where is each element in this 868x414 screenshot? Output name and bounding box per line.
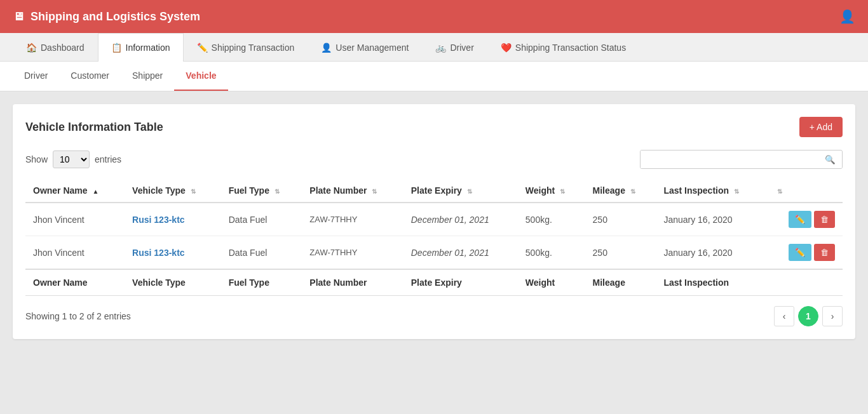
cell-plate-expiry: December 01, 2021 — [403, 203, 518, 236]
cell-actions: ✏️ 🗑 — [767, 236, 843, 270]
vehicle-table: Owner Name ▲ Vehicle Type ⇅ Fuel Type ⇅ — [25, 179, 843, 296]
cell-fuel-type: Data Fuel — [221, 236, 302, 270]
col-plate-number[interactable]: Plate Number ⇅ — [302, 179, 403, 203]
tab-driver[interactable]: 🚲 Driver — [422, 33, 487, 62]
tab-dashboard[interactable]: 🏠 Dashboard — [13, 33, 98, 62]
sort-owner-icon: ▲ — [92, 188, 98, 195]
footer-cell: Vehicle Type — [125, 269, 221, 296]
page-1-button[interactable]: 1 — [798, 306, 818, 326]
prev-page-button[interactable]: ‹ — [774, 306, 794, 326]
col-weight[interactable]: Weight ⇅ — [518, 179, 585, 203]
footer-cell: Owner Name — [25, 269, 125, 296]
table-controls: Show 10 25 50 100 entries 🔍 — [25, 150, 843, 169]
footer-cell: Fuel Type — [221, 269, 302, 296]
col-fuel-type[interactable]: Fuel Type ⇅ — [221, 179, 302, 203]
sort-plate-icon: ⇅ — [372, 188, 377, 195]
cell-fuel-type: Data Fuel — [221, 203, 302, 236]
show-label: Show — [25, 154, 48, 164]
table-footer-row: Owner NameVehicle TypeFuel TypePlate Num… — [25, 269, 843, 296]
footer-cell: Plate Number — [302, 269, 403, 296]
sub-nav: Driver Customer Shipper Vehicle — [0, 62, 868, 91]
list-icon: 📋 — [111, 43, 122, 53]
cell-vehicle-type[interactable]: Rusi 123-ktc — [125, 236, 221, 270]
col-actions: ⇅ — [767, 179, 843, 203]
edit-button[interactable]: ✏️ — [789, 244, 811, 261]
col-owner-name[interactable]: Owner Name ▲ — [25, 179, 125, 203]
table-row: Jhon Vincent Rusi 123-ktc Data Fuel ZAW-… — [25, 203, 843, 236]
heart-icon: ❤️ — [501, 43, 512, 53]
pagination-info: Showing 1 to 2 of 2 entries — [25, 311, 131, 321]
sort-weight-icon: ⇅ — [560, 188, 565, 195]
footer-cell: Mileage — [585, 269, 656, 296]
sub-nav-customer[interactable]: Customer — [59, 62, 121, 91]
cell-plate-number: ZAW-7THHY — [302, 203, 403, 236]
footer-cell: Last Inspection — [656, 269, 767, 296]
cell-owner-name: Jhon Vincent — [25, 236, 125, 270]
cell-weight: 500kg. — [518, 236, 585, 270]
main-nav: 🏠 Dashboard 📋 Information ✏️ Shipping Tr… — [0, 33, 868, 62]
footer-cell: Weight — [518, 269, 585, 296]
delete-button[interactable]: 🗑 — [814, 211, 835, 228]
sort-mileage-icon: ⇅ — [630, 188, 635, 195]
cell-actions: ✏️ 🗑 — [767, 203, 843, 236]
show-entries: Show 10 25 50 100 entries — [25, 150, 121, 168]
entries-label: entries — [95, 154, 121, 164]
search-box: 🔍 — [640, 150, 843, 169]
footer-cell-actions — [767, 269, 843, 296]
cell-last-inspection: January 16, 2020 — [656, 203, 767, 236]
card-header: Vehicle Information Table + Add — [25, 117, 843, 137]
footer-cell: Plate Expiry — [403, 269, 518, 296]
sub-nav-shipper[interactable]: Shipper — [121, 62, 174, 91]
cell-vehicle-type[interactable]: Rusi 123-ktc — [125, 203, 221, 236]
col-mileage[interactable]: Mileage ⇅ — [585, 179, 656, 203]
search-input[interactable] — [641, 150, 818, 168]
tab-information[interactable]: 📋 Information — [98, 33, 184, 62]
app-title: 🖥 Shipping and Logistics System — [13, 10, 200, 23]
col-plate-expiry[interactable]: Plate Expiry ⇅ — [403, 179, 518, 203]
sort-actions-icon: ⇅ — [777, 188, 782, 195]
sub-nav-driver[interactable]: Driver — [13, 62, 59, 91]
user-mgmt-icon: 👤 — [321, 43, 332, 53]
pagination-area: Showing 1 to 2 of 2 entries ‹ 1 › — [25, 306, 843, 326]
table-row: Jhon Vincent Rusi 123-ktc Data Fuel ZAW-… — [25, 236, 843, 270]
sort-inspection-icon: ⇅ — [734, 188, 739, 195]
tab-shipping-transaction-status[interactable]: ❤️ Shipping Transaction Status — [487, 33, 639, 62]
edit-icon: ✏️ — [197, 43, 208, 53]
laptop-icon: 🖥 — [13, 10, 24, 23]
sort-fuel-icon: ⇅ — [275, 188, 280, 195]
cell-weight: 500kg. — [518, 203, 585, 236]
entries-select[interactable]: 10 25 50 100 — [53, 150, 90, 168]
home-icon: 🏠 — [26, 43, 37, 53]
edit-button[interactable]: ✏️ — [789, 211, 811, 228]
col-last-inspection[interactable]: Last Inspection ⇅ — [656, 179, 767, 203]
sort-vehicle-icon: ⇅ — [191, 188, 196, 195]
cell-last-inspection: January 16, 2020 — [656, 236, 767, 270]
search-button[interactable]: 🔍 — [818, 151, 842, 168]
cell-plate-expiry: December 01, 2021 — [403, 236, 518, 270]
tab-shipping-transaction[interactable]: ✏️ Shipping Transaction — [184, 33, 308, 62]
bike-icon: 🚲 — [435, 43, 446, 53]
card-title: Vehicle Information Table — [25, 121, 163, 134]
vehicle-table-card: Vehicle Information Table + Add Show 10 … — [13, 104, 855, 339]
user-icon[interactable]: 👤 — [839, 9, 855, 24]
next-page-button[interactable]: › — [822, 306, 843, 326]
cell-plate-number: ZAW-7THHY — [302, 236, 403, 270]
main-content: Vehicle Information Table + Add Show 10 … — [0, 91, 868, 352]
app-header: 🖥 Shipping and Logistics System 👤 — [0, 0, 868, 33]
col-vehicle-type[interactable]: Vehicle Type ⇅ — [125, 179, 221, 203]
tab-user-management[interactable]: 👤 User Management — [308, 33, 422, 62]
app-title-text: Shipping and Logistics System — [31, 10, 200, 23]
table-header-row: Owner Name ▲ Vehicle Type ⇅ Fuel Type ⇅ — [25, 179, 843, 203]
add-button[interactable]: + Add — [799, 117, 843, 137]
sort-expiry-icon: ⇅ — [467, 188, 472, 195]
cell-owner-name: Jhon Vincent — [25, 203, 125, 236]
pagination-controls: ‹ 1 › — [774, 306, 843, 326]
cell-mileage: 250 — [585, 203, 656, 236]
sub-nav-vehicle[interactable]: Vehicle — [174, 62, 227, 91]
delete-button[interactable]: 🗑 — [814, 244, 835, 261]
cell-mileage: 250 — [585, 236, 656, 270]
